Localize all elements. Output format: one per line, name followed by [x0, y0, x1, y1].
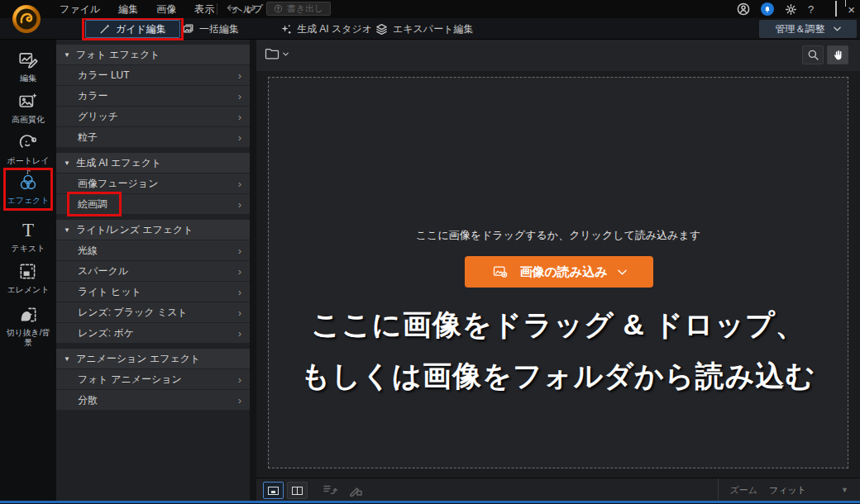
effects-panel: ▼ フォト エフェクト カラー LUT› カラー› グリッチ› 粒子› ▼ 生成… — [56, 40, 250, 504]
chevron-right-icon: › — [238, 394, 241, 407]
rail-item-effects[interactable]: エフェクト — [0, 172, 56, 206]
chevron-right-icon: › — [238, 131, 241, 144]
portrait-face-icon — [17, 132, 39, 154]
pan-tool-button[interactable] — [827, 45, 848, 64]
effect-item-painterly[interactable]: 絵画調› — [56, 193, 250, 214]
section-header[interactable]: ▼ フォト エフェクト — [56, 45, 250, 64]
rail-item-label: エレメント — [3, 285, 53, 295]
rail-item-elements[interactable]: エレメント — [0, 261, 56, 295]
elements-icon — [17, 261, 39, 283]
divider — [217, 3, 217, 15]
tab-label: 一括編集 — [199, 22, 239, 36]
chevron-right-icon: › — [238, 286, 241, 298]
effect-item-image-fusion[interactable]: 画像フュージョン› — [56, 173, 250, 193]
effect-item-photo-animation[interactable]: フォト アニメーション› — [56, 368, 250, 389]
module-rail: 編集 高画質化 ポートレイト エフェクト T テキスト エレメント 切り抜き/背… — [0, 40, 56, 504]
panel-canvas-divider — [250, 40, 256, 504]
single-view-icon — [268, 487, 279, 495]
ai-sparkle-icon — [280, 23, 292, 36]
rail-item-label: エフェクト — [3, 196, 53, 206]
section-header[interactable]: ▼ ライト/レンズ エフェクト — [56, 220, 250, 240]
help-icon[interactable]: ? — [808, 4, 814, 15]
export-label: 書き出し — [287, 2, 324, 15]
rail-item-enhance[interactable]: 高画質化 — [0, 91, 56, 125]
effect-item-glitch[interactable]: グリッチ› — [56, 106, 250, 126]
undo-icon[interactable] — [225, 2, 238, 16]
effect-item-color[interactable]: カラー› — [56, 85, 250, 106]
effect-item-particle[interactable]: 粒子› — [56, 126, 250, 147]
tab-guided-edit[interactable]: ガイド編集 — [85, 20, 180, 38]
chevron-right-icon: › — [238, 198, 241, 211]
rail-item-cutout-background[interactable]: 切り抜き/背景 — [0, 304, 56, 348]
chevron-right-icon: › — [238, 178, 241, 190]
zoom-control: ズーム フィット ▼ — [718, 478, 860, 502]
rail-item-label: 高画質化 — [3, 115, 53, 125]
effects-circles-icon — [17, 172, 39, 193]
settings-gear-icon[interactable] — [785, 3, 797, 16]
effect-item-lens-black-mist[interactable]: レンズ: ブラック ミスト› — [56, 302, 250, 322]
enhance-image-icon — [17, 91, 39, 112]
effect-item-light-hit[interactable]: ライト ヒット› — [56, 281, 250, 302]
chevron-down-icon — [834, 26, 841, 31]
section-title: アニメーション エフェクト — [76, 352, 200, 366]
effect-item-sparkle[interactable]: スパークル› — [56, 260, 250, 281]
layers-icon — [375, 23, 388, 36]
collapse-triangle-icon: ▼ — [64, 355, 70, 363]
effect-item-color-lut[interactable]: カラー LUT› — [56, 64, 250, 85]
tab-expert-edit[interactable]: エキスパート編集 — [370, 20, 478, 38]
chevron-right-icon: › — [238, 307, 241, 319]
collapse-triangle-icon: ▼ — [64, 159, 70, 167]
split-view-icon — [292, 487, 303, 495]
copy-adjustments-icon[interactable] — [322, 483, 337, 500]
section-header[interactable]: ▼ 生成 AI エフェクト — [56, 153, 250, 173]
chevron-right-icon: › — [238, 111, 241, 123]
zoom-label: ズーム — [730, 484, 758, 497]
annotation-text-line1: ここに画像をドラッグ & ドロップ、 — [269, 306, 848, 345]
mode-tab-bar: ガイド編集 一括編集 生成 AI スタジオ エキスパート編集 管理＆調整 — [0, 18, 860, 40]
menu-view[interactable]: 表示 — [194, 2, 214, 17]
zoom-value-dropdown[interactable]: フィット — [769, 484, 806, 497]
redo-icon[interactable] — [245, 2, 258, 16]
import-image-button[interactable]: 画像の読み込み — [465, 256, 653, 288]
menu-edit[interactable]: 編集 — [118, 2, 138, 17]
rail-item-portrait[interactable]: ポートレイト — [0, 132, 56, 176]
add-image-icon — [491, 264, 509, 280]
zoom-tool-button[interactable] — [802, 45, 824, 64]
chevron-right-icon: › — [238, 245, 241, 257]
menu-image[interactable]: 画像 — [156, 2, 176, 17]
hand-icon — [832, 49, 843, 61]
effect-item-light-rays[interactable]: 光線› — [56, 240, 250, 260]
menu-file[interactable]: ファイル — [60, 2, 100, 17]
manage-adjust-dropdown[interactable]: 管理＆調整 — [759, 20, 857, 38]
image-drop-zone[interactable]: ここに画像をドラッグするか、クリックして読み込みます 画像の読み込み ここに画像… — [268, 77, 848, 468]
magic-wand-icon — [99, 23, 111, 35]
section-animation-effects: ▼ アニメーション エフェクト フォト アニメーション› 分散› — [56, 349, 250, 410]
effect-item-dispersion[interactable]: 分散› — [56, 389, 250, 410]
compare-view-button[interactable] — [287, 482, 308, 499]
single-view-button[interactable] — [263, 482, 284, 499]
import-button-label: 画像の読み込み — [519, 264, 607, 280]
batch-photos-icon — [182, 23, 194, 35]
section-title: 生成 AI エフェクト — [76, 156, 161, 170]
rail-item-label: 切り抜き/背景 — [3, 328, 53, 348]
canvas-toolbar — [256, 40, 860, 71]
section-photo-effects: ▼ フォト エフェクト カラー LUT› カラー› グリッチ› 粒子› — [56, 45, 250, 147]
close-icon[interactable]: × — [848, 3, 855, 16]
restore-window-icon[interactable] — [835, 2, 837, 17]
title-bar: ファイル 編集 画像 表示 ヘルプ 書き出し ? × — [0, 0, 860, 18]
rail-item-text[interactable]: T テキスト — [0, 220, 56, 254]
rail-item-edit[interactable]: 編集 — [0, 50, 56, 83]
account-icon[interactable] — [737, 2, 750, 16]
open-folder-button[interactable] — [263, 45, 289, 62]
section-header[interactable]: ▼ アニメーション エフェクト — [56, 349, 250, 368]
chevron-right-icon: › — [238, 265, 241, 278]
tab-batch-edit[interactable]: 一括編集 — [177, 20, 244, 38]
edit-pencil-icon[interactable] — [349, 483, 363, 500]
export-button[interactable]: 書き出し — [266, 2, 331, 16]
effect-item-lens-bokeh[interactable]: レンズ: ボケ› — [56, 322, 250, 343]
drop-hint-text: ここに画像をドラッグするか、クリックして読み込みます — [269, 228, 848, 243]
notifications-icon[interactable] — [761, 2, 774, 16]
chevron-down-icon[interactable]: ▼ — [841, 486, 848, 494]
photodirector-logo-icon — [10, 2, 43, 36]
tab-ai-studio[interactable]: 生成 AI スタジオ — [275, 20, 377, 38]
